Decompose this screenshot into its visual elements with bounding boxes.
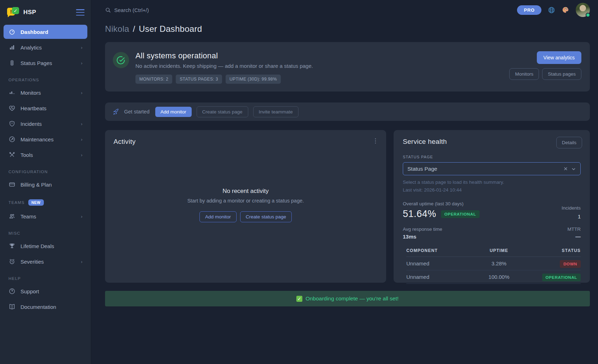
- sidebar-item-label: Status Pages: [21, 60, 52, 66]
- book-icon: [8, 304, 16, 310]
- operational-badge: OPERATIONAL: [441, 210, 480, 218]
- component-uptime: 3.28%: [472, 260, 526, 266]
- brand-name: HSP: [23, 9, 76, 16]
- sidebar-item-analytics[interactable]: Analytics ›: [4, 40, 87, 54]
- topbar: Search (Ctrl+/) PRO: [105, 0, 590, 20]
- get-started-label: Get started: [124, 109, 150, 115]
- hamburger-menu-icon[interactable]: [76, 9, 85, 16]
- sidebar-item-teams[interactable]: Teams ›: [4, 209, 87, 223]
- sidebar-item-label: Analytics: [21, 45, 42, 51]
- traffic-light-icon: [8, 60, 16, 66]
- alarm-clock-icon: [8, 258, 16, 265]
- chevron-right-icon: ›: [81, 121, 82, 127]
- empty-create-status-page-button[interactable]: Create status page: [240, 211, 292, 222]
- sidebar-item-maintenances[interactable]: Maintenances ›: [4, 132, 87, 146]
- sidebar-item-label: Heartbeats: [21, 105, 46, 111]
- sidebar-item-label: Severities: [21, 259, 44, 265]
- details-button[interactable]: Details: [556, 137, 582, 148]
- uptime-badge: UPTIME (30D): 99.98%: [226, 75, 281, 84]
- sidebar-item-label: Maintenances: [21, 136, 53, 142]
- last-visit-text: Last visit: 2026-01-24 10:44: [403, 187, 581, 193]
- chevron-down-icon[interactable]: [571, 166, 576, 171]
- sidebar-item-documentation[interactable]: Documentation: [4, 300, 87, 314]
- service-health-card: Service health Details STATUS PAGE Statu…: [394, 130, 590, 283]
- breadcrumb-parent[interactable]: Nikola: [105, 24, 129, 34]
- check-emoji-icon: ✓: [296, 296, 302, 302]
- clear-icon[interactable]: [563, 166, 568, 171]
- sidebar-item-label: Tools: [21, 152, 33, 158]
- activity-empty-state: No recent activity Start by adding a mon…: [114, 135, 378, 275]
- sidebar-item-severities[interactable]: Severities ›: [4, 254, 87, 269]
- breadcrumb: Nikola / User Dashboard: [105, 24, 590, 34]
- sidebar-item-billing-plan[interactable]: Billing & Plan: [4, 177, 87, 192]
- chevron-right-icon: ›: [81, 45, 82, 50]
- question-circle-icon: [8, 288, 16, 294]
- user-avatar[interactable]: [576, 3, 590, 17]
- new-badge: NEW: [28, 199, 44, 206]
- status-pages-button[interactable]: Status pages: [542, 68, 581, 80]
- sidebar-item-dashboard[interactable]: Dashboard: [4, 25, 87, 39]
- operational-status-badge: OPERATIONAL: [542, 274, 581, 281]
- component-name: Unnamed: [406, 260, 472, 266]
- people-icon: [8, 213, 16, 219]
- mttr-value: —: [568, 234, 581, 240]
- status-subtitle: No active incidents. Keep shipping — add…: [135, 63, 313, 69]
- palette-icon[interactable]: [562, 6, 569, 14]
- empty-state-title: No recent activity: [222, 188, 268, 195]
- pro-badge[interactable]: PRO: [517, 5, 541, 15]
- sidebar-item-label: Monitors: [21, 90, 41, 96]
- sidebar-item-label: Support: [21, 288, 39, 294]
- signal-bars-icon: [8, 89, 16, 96]
- sidebar-section-operations: OPERATIONS: [4, 71, 87, 86]
- sidebar-item-lifetime-deals[interactable]: Lifetime Deals: [4, 239, 87, 253]
- chevron-right-icon: ›: [81, 90, 82, 95]
- globe-icon[interactable]: [548, 6, 555, 14]
- chevron-right-icon: ›: [81, 137, 82, 142]
- sidebar-item-label: Lifetime Deals: [21, 243, 54, 249]
- chevron-right-icon: ›: [81, 214, 82, 219]
- component-table-header: COMPONENT UPTIME STATUS: [406, 245, 581, 257]
- sidebar-item-tools[interactable]: Tools ›: [4, 148, 87, 162]
- sidebar-item-label: Documentation: [21, 304, 56, 310]
- sidebar-item-heartbeats[interactable]: Heartbeats: [4, 101, 87, 115]
- view-analytics-button[interactable]: View analytics: [537, 51, 581, 64]
- status-page-select[interactable]: Status Page: [403, 162, 581, 175]
- monitors-button[interactable]: Monitors: [509, 68, 539, 80]
- system-status-card: All systems operational No active incide…: [105, 42, 590, 92]
- sidebar-item-label: Billing & Plan: [21, 182, 52, 188]
- component-table: COMPONENT UPTIME STATUS Unnamed 3.28% DO…: [406, 245, 581, 284]
- online-status-dot: [586, 13, 590, 17]
- wrench-circle-icon: [8, 136, 16, 142]
- add-monitor-button[interactable]: Add monitor: [155, 107, 192, 117]
- credit-card-icon: [8, 181, 16, 188]
- incidents-value: 1: [562, 213, 581, 219]
- invite-teammate-button[interactable]: Invite teammate: [253, 106, 298, 117]
- sidebar-item-label: Dashboard: [21, 29, 48, 35]
- component-uptime: 100.00%: [472, 274, 526, 280]
- sidebar-item-monitors[interactable]: Monitors ›: [4, 86, 87, 100]
- sidebar-item-label: Teams: [21, 213, 36, 219]
- create-status-page-button[interactable]: Create status page: [197, 106, 248, 117]
- kebab-menu-icon[interactable]: ⋮: [372, 137, 378, 145]
- table-row: Unnamed 3.28% DOWN: [406, 257, 581, 270]
- chevron-right-icon: ›: [81, 152, 82, 158]
- select-helper-text: Select a status page to load its health …: [403, 180, 581, 185]
- app-logo-icon[interactable]: ! ✓: [7, 7, 19, 18]
- sidebar-section-misc: MISC: [4, 225, 87, 239]
- component-name: Unnamed: [406, 274, 472, 280]
- sidebar-item-status-pages[interactable]: Status Pages ›: [4, 56, 87, 70]
- sidebar-item-incidents[interactable]: Incidents ›: [4, 117, 87, 131]
- gauge-icon: [8, 29, 16, 35]
- chevron-right-icon: ›: [81, 60, 82, 66]
- search-input[interactable]: Search (Ctrl+/): [105, 7, 149, 13]
- empty-add-monitor-button[interactable]: Add monitor: [199, 211, 237, 222]
- mttr-label: MTTR: [568, 227, 581, 232]
- sidebar-item-support[interactable]: Support: [4, 284, 87, 298]
- avg-response-label: Avg response time: [403, 227, 442, 232]
- avg-response-value: 13ms: [403, 234, 442, 240]
- monitors-count-badge: MONITORS: 2: [135, 75, 172, 84]
- onboarding-banner: ✓ Onboarding complete — you're all set!: [105, 291, 590, 306]
- bar-chart-icon: [8, 44, 16, 51]
- sidebar-item-label: Incidents: [21, 121, 42, 127]
- uptime-label: Overall uptime (last 30 days): [403, 201, 480, 206]
